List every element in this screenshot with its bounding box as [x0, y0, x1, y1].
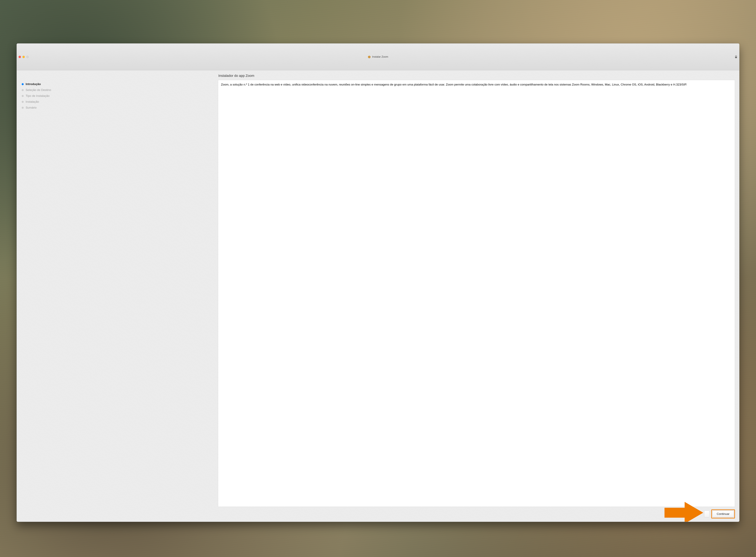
page-heading: Instalador do app Zoom	[218, 73, 735, 80]
step-label: Sumário	[26, 106, 36, 109]
step-bullet-icon	[22, 83, 24, 85]
step-destination-select: Seleção de Destino	[21, 87, 217, 93]
zoom-window-button	[26, 56, 29, 58]
step-installation: Instalação	[21, 99, 217, 105]
step-install-type: Tipo de Instalação	[21, 93, 217, 99]
footer-bar: Continuar	[218, 507, 735, 519]
step-label: Instalação	[26, 100, 39, 104]
step-bullet-icon	[22, 89, 24, 91]
install-steps-sidebar: Introdução Seleção de Destino Tipo de In…	[21, 73, 217, 519]
step-label: Seleção de Destino	[26, 88, 51, 92]
step-label: Introdução	[26, 82, 41, 86]
window-traffic-lights	[19, 56, 29, 58]
description-text: Zoom, a solução n.º 1 de conferência na …	[221, 83, 732, 86]
step-summary: Sumário	[21, 105, 217, 111]
window-title-group: Instalar Zoom	[368, 55, 388, 58]
window-title: Instalar Zoom	[372, 55, 388, 58]
minimize-window-button[interactable]	[23, 56, 25, 58]
step-label: Tipo de Instalação	[26, 94, 50, 97]
annotation-highlight-frame: Continuar	[711, 509, 735, 519]
lock-icon[interactable]	[735, 55, 737, 59]
close-window-button[interactable]	[19, 56, 21, 58]
step-bullet-icon	[22, 95, 24, 97]
main-content: Instalador do app Zoom Zoom, a solução n…	[218, 73, 735, 519]
back-button[interactable]	[704, 510, 709, 517]
description-panel: Zoom, a solução n.º 1 de conferência na …	[218, 80, 735, 507]
window-titlebar: Instalar Zoom	[17, 43, 739, 70]
step-introduction: Introdução	[21, 81, 217, 87]
package-icon	[368, 55, 371, 58]
window-body: Introdução Seleção de Destino Tipo de In…	[17, 70, 739, 522]
step-bullet-icon	[22, 107, 24, 109]
installer-window: Instalar Zoom Introdução Seleção de Dest…	[17, 43, 739, 522]
continue-button[interactable]: Continuar	[713, 511, 733, 517]
desktop-background: Instalar Zoom Introdução Seleção de Dest…	[0, 0, 756, 557]
step-bullet-icon	[22, 101, 24, 103]
svg-rect-0	[735, 57, 737, 58]
